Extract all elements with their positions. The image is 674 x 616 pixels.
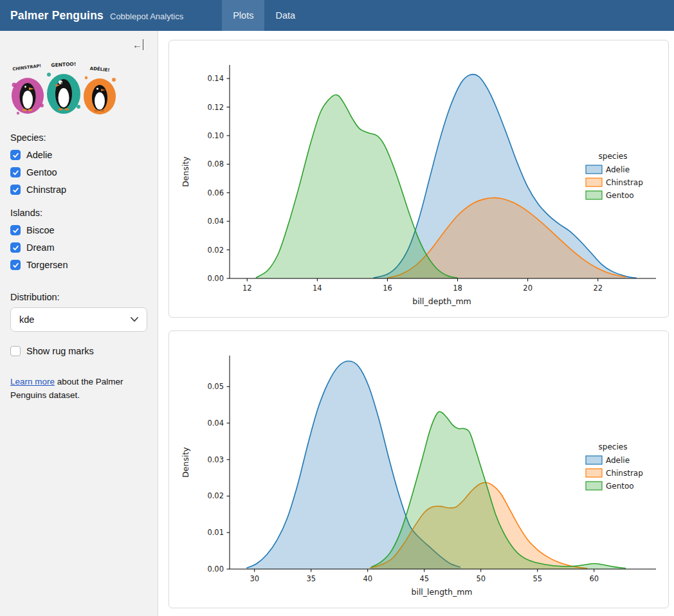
check-icon — [12, 244, 19, 251]
legend-label: Chinstrap — [606, 469, 643, 478]
x-tick-label: 22 — [593, 284, 603, 293]
y-tick-label: 0.04 — [207, 419, 224, 428]
y-tick-label: 0.05 — [207, 382, 224, 391]
y-tick-label: 0.12 — [207, 103, 224, 112]
check-icon — [12, 262, 19, 269]
bill-depth-density-chart: 1214161820220.000.020.040.060.080.100.12… — [174, 46, 662, 312]
navbar: Palmer Penguins Cobblepot Analytics Plot… — [0, 0, 674, 31]
checkbox-species-chinstrap[interactable]: Chinstrap — [10, 185, 147, 195]
checkbox-label: Show rug marks — [26, 346, 94, 356]
learn-more-link[interactable]: Learn more — [10, 377, 55, 386]
checkbox-label: Adelie — [26, 150, 52, 160]
y-axis-label: Density — [181, 156, 190, 187]
check-icon — [12, 186, 19, 194]
x-tick-label: 40 — [363, 574, 372, 583]
legend-patch-chinstrap — [586, 469, 602, 477]
checkbox-label: Gentoo — [26, 167, 57, 177]
gentoo-penguin-illustration: GENTOO! — [47, 61, 80, 114]
y-tick-label: 0.02 — [207, 246, 224, 255]
x-tick-label: 18 — [453, 284, 462, 293]
penguin-artwork: CHINSTRAP! GENTOO! — [10, 60, 120, 120]
adelie-penguin-illustration: ADÉLIE! — [84, 66, 116, 114]
checkbox-label: Biscoe — [26, 225, 55, 235]
chevron-down-icon — [131, 317, 138, 322]
y-tick-label: 0.00 — [207, 565, 224, 574]
chinstrap-penguin-illustration: CHINSTRAP! — [12, 63, 44, 114]
x-tick-label: 50 — [476, 574, 486, 583]
legend-title: species — [599, 152, 628, 161]
checkbox-species-gentoo[interactable]: Gentoo — [10, 167, 147, 177]
y-tick-label: 0.01 — [207, 528, 224, 537]
checkbox-box — [10, 346, 21, 356]
bill-length-density-chart: 303540455055600.000.010.020.030.040.05bi… — [174, 336, 662, 602]
legend-patch-adelie — [586, 165, 602, 174]
legend-patch-chinstrap — [586, 178, 602, 186]
check-icon — [12, 227, 19, 234]
x-tick-label: 55 — [533, 574, 542, 583]
legend-label: Gentoo — [606, 482, 634, 491]
checkbox-label: Dream — [26, 242, 55, 253]
species-section-label: Species: — [10, 132, 147, 143]
artwork-label-adelie: ADÉLIE! — [89, 66, 110, 73]
x-axis-label: bill_depth_mm — [412, 296, 471, 306]
main-content: 1214161820220.000.020.040.060.080.100.12… — [158, 31, 674, 616]
legend-patch-gentoo — [586, 482, 602, 490]
x-tick-label: 12 — [242, 284, 252, 293]
y-tick-label: 0.04 — [207, 217, 224, 226]
distribution-select[interactable]: kde — [10, 307, 147, 332]
legend-label: Chinstrap — [606, 178, 643, 187]
checkbox-show-rug-marks[interactable]: Show rug marks — [10, 346, 147, 356]
legend-title: species — [599, 442, 628, 451]
tab-plots[interactable]: Plots — [222, 0, 264, 31]
checkbox-box — [10, 185, 21, 195]
y-tick-label: 0.03 — [207, 455, 224, 464]
checkbox-label: Chinstrap — [26, 185, 66, 195]
tab-data[interactable]: Data — [264, 0, 306, 31]
distribution-selected-value: kde — [19, 314, 34, 325]
checkbox-box — [10, 167, 21, 177]
checkbox-box — [10, 242, 21, 253]
x-tick-label: 60 — [589, 574, 599, 583]
x-tick-label: 30 — [250, 574, 259, 583]
check-icon — [12, 169, 19, 176]
footer-note: Learn more about the Palmer Penguins dat… — [10, 376, 147, 403]
artwork-label-gentoo: GENTOO! — [51, 61, 76, 68]
bill-depth-density-card: 1214161820220.000.020.040.060.080.100.12… — [168, 40, 669, 318]
checkbox-island-torgersen[interactable]: Torgersen — [10, 260, 147, 270]
y-tick-label: 0.00 — [207, 274, 224, 283]
x-tick-label: 45 — [419, 574, 429, 583]
sidebar: ← CHINSTRAP! GENTOO! — [0, 31, 158, 616]
distribution-section-label: Distribution: — [10, 292, 147, 302]
collapse-sidebar-icon[interactable]: ← — [132, 40, 143, 50]
checkbox-box — [10, 150, 21, 160]
y-axis-label: Density — [181, 447, 190, 478]
checkbox-label: Torgersen — [26, 260, 68, 270]
checkbox-species-adelie[interactable]: Adelie — [10, 150, 147, 160]
legend-label: Gentoo — [606, 191, 634, 200]
islands-section-label: Islands: — [10, 208, 147, 218]
legend-label: Adelie — [606, 456, 630, 465]
checkbox-box — [10, 260, 21, 270]
artwork-label-chinstrap: CHINSTRAP! — [12, 63, 42, 71]
y-tick-label: 0.10 — [207, 131, 224, 140]
x-tick-label: 16 — [383, 284, 392, 293]
checkbox-island-dream[interactable]: Dream — [10, 242, 147, 253]
app-subtitle: Cobblepot Analytics — [110, 10, 183, 21]
y-tick-label: 0.08 — [207, 159, 224, 168]
legend-patch-adelie — [586, 456, 602, 464]
x-tick-label: 20 — [523, 284, 533, 293]
y-tick-label: 0.14 — [207, 74, 224, 83]
checkbox-island-biscoe[interactable]: Biscoe — [10, 225, 147, 235]
x-tick-label: 35 — [306, 574, 316, 583]
legend-label: Adelie — [606, 165, 630, 174]
x-axis-label: bill_length_mm — [411, 587, 472, 597]
legend-patch-gentoo — [586, 191, 602, 199]
app-title: Palmer Penguins — [10, 9, 104, 23]
nav-tabs: Plots Data — [222, 0, 306, 31]
check-icon — [12, 152, 19, 159]
y-tick-label: 0.02 — [207, 491, 224, 500]
bill-length-density-card: 303540455055600.000.010.020.030.040.05bi… — [168, 331, 669, 608]
y-tick-label: 0.06 — [207, 188, 224, 197]
app-brand: Palmer Penguins Cobblepot Analytics — [0, 0, 195, 31]
x-tick-label: 14 — [313, 284, 322, 293]
